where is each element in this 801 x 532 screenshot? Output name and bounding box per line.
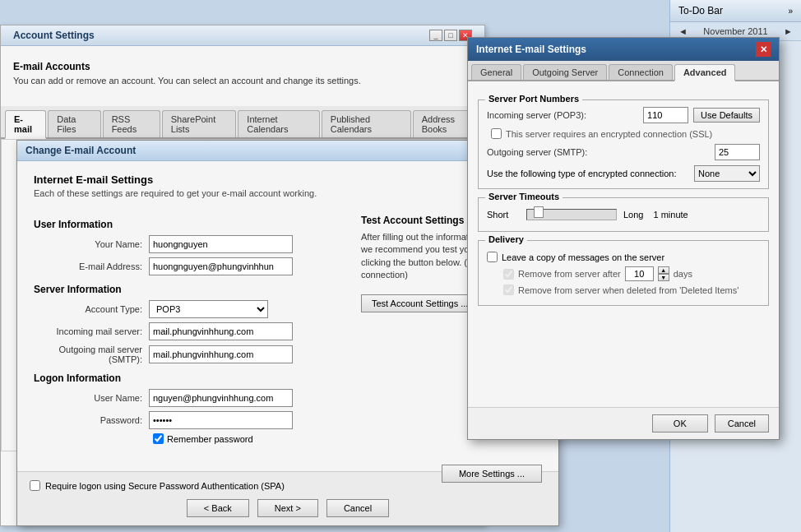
todo-bar-title: To-Do Bar (678, 5, 723, 16)
account-type-label: Account Type: (34, 304, 149, 314)
incoming-server-input[interactable] (149, 322, 293, 340)
email-accounts-section: E-mail Accounts You can add or remove an… (1, 49, 484, 106)
use-defaults-button[interactable]: Use Defaults (693, 108, 760, 123)
server-info-title: Server Information (34, 284, 345, 295)
tab-internet-calendars[interactable]: Internet Calendars (238, 110, 319, 137)
incoming-server-row: Incoming mail server: (34, 322, 345, 340)
inner-tab-outgoing[interactable]: Outgoing Server (523, 64, 607, 80)
inner-tab-advanced[interactable]: Advanced (674, 64, 736, 81)
delivery-group: Delivery Leave a copy of messages on the… (478, 240, 769, 306)
remember-password-row: Remember password (153, 433, 345, 444)
ssl-label: This server requires an encrypted connec… (506, 129, 712, 139)
email-accounts-desc: You can add or remove an account. You ca… (13, 76, 472, 86)
outgoing-server-label: Outgoing mail server (SMTP): (34, 345, 149, 364)
remove-after-row: Remove from server after ▲ ▼ days (503, 266, 760, 281)
remember-password-checkbox[interactable] (153, 433, 164, 444)
email-settings-titlebar: Internet E-mail Settings ✕ (468, 38, 779, 61)
days-down-button[interactable]: ▼ (658, 274, 669, 281)
change-email-title: Change E-mail Account (25, 145, 136, 156)
incoming-server-label: Incoming mail server: (34, 326, 149, 336)
dialog-subtitle: Internet E-mail Settings (34, 173, 542, 186)
ok-button[interactable]: OK (652, 414, 708, 433)
outgoing-server-row: Outgoing mail server (SMTP): (34, 345, 345, 364)
todo-bar-nav-right[interactable]: ► (784, 26, 793, 36)
remove-after-checkbox[interactable] (503, 269, 514, 280)
window-controls: _ □ ✕ (429, 30, 472, 41)
next-button[interactable]: Next > (257, 499, 318, 517)
dialog-action-buttons: < Back Next > Cancel (30, 499, 546, 517)
encrypt-label: Use the following type of encrypted conn… (487, 169, 694, 178)
server-timeouts-title: Server Timeouts (485, 192, 563, 201)
tab-email[interactable]: E-mail (5, 110, 46, 139)
tab-rss-feeds[interactable]: RSS Feeds (103, 110, 160, 137)
inner-tabs-bar: General Outgoing Server Connection Advan… (468, 61, 779, 81)
incoming-port-row: Incoming server (POP3): Use Defaults (487, 107, 760, 123)
maximize-button[interactable]: □ (444, 30, 457, 41)
your-name-row: Your Name: (34, 235, 345, 253)
your-name-input[interactable] (149, 235, 293, 253)
account-settings-titlebar: Account Settings _ □ ✕ (1, 25, 484, 46)
back-button[interactable]: < Back (187, 499, 249, 517)
todo-bar-expand-icon[interactable]: » (788, 7, 793, 16)
timeout-slider[interactable] (526, 209, 617, 220)
user-info-title: User Information (34, 219, 345, 230)
test-account-settings-button[interactable]: Test Account Settings ... (361, 294, 479, 312)
username-row: User Name: (34, 389, 345, 407)
password-input[interactable] (149, 411, 293, 429)
dialog-columns: User Information Your Name: E-mail Addre… (34, 210, 542, 448)
settings-cancel-button[interactable]: Cancel (715, 414, 769, 433)
remove-deleted-row: Remove from server when deleted from 'De… (503, 285, 760, 295)
days-up-button[interactable]: ▲ (658, 266, 669, 274)
account-type-row: Account Type: POP3 IMAP (34, 300, 345, 318)
outgoing-server-input[interactable] (149, 345, 293, 363)
password-label: Password: (34, 415, 149, 425)
ssl-checkbox-row: This server requires an encrypted connec… (487, 128, 760, 139)
account-type-select[interactable]: POP3 IMAP (149, 300, 268, 318)
logon-info-title: Logon Information (34, 372, 345, 384)
server-ports-group: Server Port Numbers Incoming server (POP… (478, 99, 769, 189)
encrypt-row: Use the following type of encrypted conn… (487, 165, 760, 182)
encrypt-select[interactable]: None SSL TLS (694, 165, 760, 182)
outgoing-port-label: Outgoing server (SMTP): (487, 147, 715, 157)
incoming-port-input[interactable] (643, 107, 688, 123)
leave-copy-row: Leave a copy of messages on the server (487, 252, 760, 262)
spa-checkbox[interactable] (30, 480, 40, 491)
tab-data-files[interactable]: Data Files (48, 110, 100, 137)
leave-copy-checkbox[interactable] (487, 252, 498, 262)
email-settings-close[interactable]: ✕ (756, 42, 771, 57)
incoming-port-label: Incoming server (POP3): (487, 110, 643, 120)
dialog-bottom-bar: Require logon using Secure Password Auth… (17, 471, 558, 525)
email-address-row: E-mail Address: (34, 257, 345, 275)
leave-copy-label: Leave a copy of messages on the server (502, 252, 664, 262)
ssl-checkbox[interactable] (491, 128, 502, 139)
timeout-value: 1 minute (653, 210, 688, 220)
minimize-button[interactable]: _ (429, 30, 442, 41)
outgoing-port-row: Outgoing server (SMTP): (487, 144, 760, 160)
email-accounts-title: E-mail Accounts (13, 61, 472, 72)
timeout-row: Short Long 1 minute (487, 209, 760, 220)
username-input[interactable] (149, 389, 293, 407)
more-settings-button[interactable]: More Settings ... (442, 465, 542, 483)
tab-sharepoint[interactable]: SharePoint Lists (162, 110, 237, 137)
outgoing-port-input[interactable] (715, 144, 760, 160)
username-label: User Name: (34, 393, 149, 403)
server-ports-title: Server Port Numbers (485, 94, 582, 104)
todo-bar-month-label: November 2011 (703, 26, 767, 36)
remove-after-label: Remove from server after (518, 269, 621, 279)
long-label: Long (623, 210, 643, 220)
spa-label: Require logon using Secure Password Auth… (45, 481, 285, 491)
cancel-button[interactable]: Cancel (326, 499, 389, 517)
todo-bar-nav-left[interactable]: ◄ (678, 26, 688, 36)
remove-after-days-input[interactable] (625, 266, 654, 281)
dialog-subdesc: Each of these settings are required to g… (34, 188, 542, 198)
remove-deleted-checkbox[interactable] (503, 285, 514, 295)
settings-content: Server Port Numbers Incoming server (POP… (468, 81, 779, 324)
tab-published-calendars[interactable]: Published Calendars (322, 110, 411, 137)
slider-thumb (534, 206, 544, 218)
email-settings-title: Internet E-mail Settings (476, 44, 586, 55)
email-address-input[interactable] (149, 257, 293, 275)
days-spinner: ▲ ▼ (658, 266, 669, 281)
short-label: Short (487, 210, 520, 220)
inner-tab-connection[interactable]: Connection (609, 64, 673, 80)
inner-tab-general[interactable]: General (471, 64, 521, 80)
